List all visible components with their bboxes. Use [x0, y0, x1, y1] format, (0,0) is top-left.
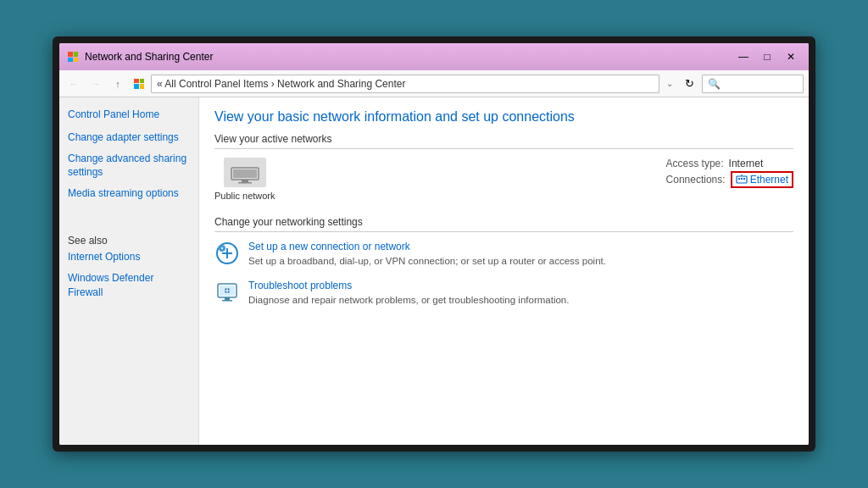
troubleshoot-desc: Diagnose and repair network problems, or…	[248, 295, 569, 305]
window-title: Network and Sharing Center	[85, 51, 732, 63]
svg-rect-6	[741, 178, 743, 180]
new-connection-link[interactable]: Set up a new connection or network	[248, 241, 606, 252]
main-content: Control Panel Home Change adapter settin…	[59, 97, 809, 445]
settings-item-troubleshoot: Troubleshoot problems Diagnose and repai…	[214, 280, 793, 307]
new-connection-icon	[214, 241, 240, 266]
active-networks-header: View your active networks	[214, 133, 793, 149]
address-field[interactable]: « All Control Panel Items › Network and …	[151, 75, 659, 93]
connection-details: Access type: Internet Connections:	[666, 158, 793, 190]
forward-button[interactable]: →	[86, 75, 105, 93]
sidebar-item-home[interactable]: Control Panel Home	[68, 108, 190, 122]
sidebar: Control Panel Home Change adapter settin…	[59, 97, 199, 445]
connections-label: Connections:	[666, 174, 726, 186]
minimize-button[interactable]: —	[732, 48, 754, 65]
svg-rect-17	[225, 297, 230, 300]
maximize-button[interactable]: □	[756, 48, 778, 65]
search-field[interactable]: 🔍	[702, 75, 804, 93]
ethernet-icon	[736, 174, 748, 186]
address-bar: ← → ↑ « All Control Panel Items › Networ…	[59, 70, 809, 97]
address-dropdown-icon[interactable]: ⌄	[666, 79, 673, 88]
sidebar-links: Change adapter settings Change advanced …	[68, 130, 190, 201]
settings-item-new-connection: Set up a new connection or network Set u…	[214, 241, 793, 268]
title-bar: Network and Sharing Center — □ ✕	[59, 43, 809, 70]
svg-rect-7	[743, 178, 745, 180]
outer-frame: Network and Sharing Center — □ ✕ ← → ↑ «…	[53, 36, 815, 452]
sidebar-see-also: See also Internet Options Windows Defend…	[68, 235, 190, 299]
sidebar-item-advanced-sharing[interactable]: Change advanced sharing settings	[68, 152, 190, 180]
up-button[interactable]: ↑	[108, 75, 127, 93]
address-text: « All Control Panel Items › Network and …	[157, 78, 654, 90]
right-panel: View your basic network information and …	[199, 97, 809, 445]
troubleshoot-text: Troubleshoot problems Diagnose and repai…	[248, 280, 569, 307]
sidebar-item-firewall[interactable]: Windows Defender Firewall	[68, 271, 190, 300]
new-connection-desc: Set up a broadband, dial-up, or VPN conn…	[248, 256, 606, 266]
access-type-label: Access type:	[666, 158, 724, 169]
search-placeholder: 🔍	[708, 78, 721, 90]
close-button[interactable]: ✕	[780, 48, 802, 65]
new-connection-text: Set up a new connection or network Set u…	[248, 241, 606, 268]
svg-rect-3	[238, 182, 252, 184]
troubleshoot-link[interactable]: Troubleshoot problems	[248, 280, 569, 291]
svg-rect-1	[233, 169, 257, 178]
svg-rect-2	[242, 180, 248, 182]
back-button[interactable]: ←	[64, 75, 83, 93]
ethernet-text: Ethernet	[750, 174, 788, 186]
networking-settings-header: Change your networking settings	[214, 216, 793, 232]
access-type-row: Access type: Internet	[666, 158, 793, 169]
troubleshoot-icon	[214, 280, 240, 305]
refresh-button[interactable]: ↻	[680, 75, 698, 93]
access-type-value: Internet	[729, 158, 764, 169]
sidebar-item-media-streaming[interactable]: Media streaming options	[68, 186, 190, 201]
network-card: Public network Access type: Internet Con…	[214, 158, 793, 201]
page-title: View your basic network information and …	[214, 109, 793, 125]
window: Network and Sharing Center — □ ✕ ← → ↑ «…	[59, 43, 809, 445]
svg-rect-18	[222, 300, 232, 302]
sidebar-item-adapter[interactable]: Change adapter settings	[68, 130, 190, 145]
network-type: Public network	[214, 191, 275, 201]
ethernet-link[interactable]: Ethernet	[731, 171, 793, 188]
sidebar-item-internet-options[interactable]: Internet Options	[68, 250, 190, 264]
connections-row: Connections: Ethernet	[666, 171, 793, 188]
window-controls: — □ ✕	[732, 48, 802, 65]
see-also-label: See also	[68, 235, 190, 247]
address-bar-icon	[134, 79, 144, 89]
network-icon	[224, 158, 266, 187]
window-icon	[66, 50, 80, 64]
svg-rect-5	[738, 178, 740, 180]
network-info: Public network	[214, 158, 275, 201]
